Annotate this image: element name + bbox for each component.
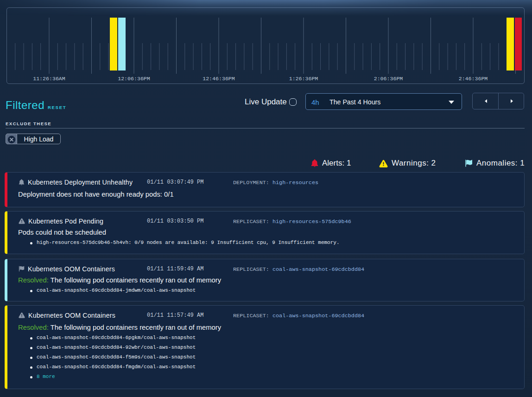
svg-text:1:26:36PM: 1:26:36PM [289, 76, 318, 82]
svg-text:2:06:36PM: 2:06:36PM [374, 76, 403, 82]
svg-text:2:46:36PM: 2:46:36PM [459, 76, 488, 82]
svg-text:12:06:36PM: 12:06:36PM [118, 76, 150, 82]
svg-text:12:46:36PM: 12:46:36PM [203, 76, 235, 82]
svg-text:11:26:36AM: 11:26:36AM [33, 76, 65, 82]
